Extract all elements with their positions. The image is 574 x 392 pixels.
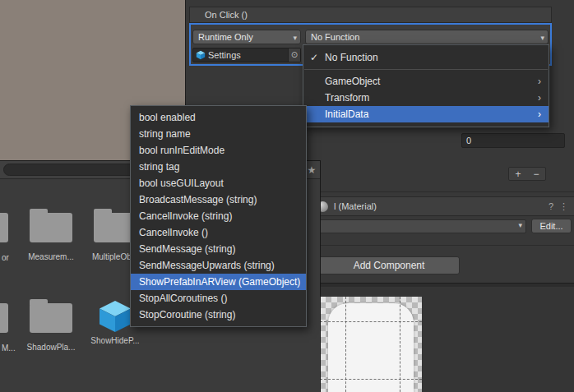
chevron-down-icon: ▾ bbox=[293, 31, 297, 44]
menu-item-no-function[interactable]: ✓ No Function bbox=[303, 49, 549, 66]
sprite-border-guide bbox=[320, 379, 422, 380]
remove-element-button[interactable]: − bbox=[533, 168, 539, 180]
add-component-button[interactable]: Add Component bbox=[318, 256, 460, 274]
menu-item[interactable]: string name bbox=[131, 126, 306, 142]
event-target-label: Settings bbox=[208, 50, 241, 60]
menu-item[interactable]: StopCoroutine (string) bbox=[131, 307, 306, 323]
menu-item[interactable]: BroadcastMessage (string) bbox=[131, 191, 306, 208]
chevron-down-icon: ▾ bbox=[518, 221, 522, 229]
submenu-arrow-icon: › bbox=[538, 73, 541, 90]
asset-tile-partial[interactable] bbox=[0, 297, 19, 333]
menu-item-transform[interactable]: Transform › bbox=[303, 90, 549, 106]
object-picker-icon[interactable]: ⊙ bbox=[288, 48, 300, 62]
menu-item[interactable]: StopAllCoroutines () bbox=[131, 290, 306, 307]
asset-label-partial[interactable]: M... bbox=[2, 344, 16, 353]
function-menu: ✓ No Function GameObject › Transform › I… bbox=[303, 44, 549, 127]
folder-icon bbox=[0, 303, 8, 333]
add-element-button[interactable]: + bbox=[515, 168, 521, 180]
event-target-object-field[interactable]: Settings ⊙ bbox=[192, 48, 301, 62]
on-click-event-header: On Click () bbox=[189, 7, 552, 23]
list-footer: + − bbox=[508, 167, 546, 181]
menu-item[interactable]: bool enabled bbox=[131, 109, 306, 126]
menu-item-initialdata[interactable]: InitialData › bbox=[303, 106, 549, 122]
submenu-arrow-icon: › bbox=[538, 90, 541, 106]
submenu-arrow-icon: › bbox=[538, 106, 541, 122]
asset-tile-partial[interactable] bbox=[0, 206, 19, 242]
chevron-down-icon: ▾ bbox=[540, 31, 544, 44]
menu-item-label: GameObject bbox=[325, 76, 380, 87]
check-icon: ✓ bbox=[310, 49, 318, 66]
event-mode-label: Runtime Only bbox=[198, 32, 253, 42]
menu-separator bbox=[304, 69, 548, 70]
menu-item-gameobject[interactable]: GameObject › bbox=[303, 73, 549, 90]
menu-item[interactable]: CancelInvoke () bbox=[131, 224, 306, 241]
menu-item-label: Transform bbox=[325, 92, 369, 104]
unity-editor-window: On Click () Runtime Only ▾ No Function ▾… bbox=[0, 0, 574, 392]
asset-label: ShowHideP... bbox=[83, 336, 147, 345]
value-input[interactable]: 0 bbox=[461, 133, 565, 148]
event-function-dropdown[interactable]: No Function ▾ bbox=[305, 30, 549, 44]
menu-item-show-prefab-in-ar-view[interactable]: ShowPrefabInARView (GameObject) bbox=[131, 274, 306, 290]
asset-label: Measurem... bbox=[19, 252, 83, 261]
menu-item[interactable]: bool runInEditMode bbox=[131, 142, 306, 159]
kebab-menu-icon[interactable]: ⋮ bbox=[559, 197, 568, 215]
shader-dropdown[interactable]: ▾ bbox=[309, 219, 526, 233]
folder-icon bbox=[30, 213, 72, 242]
menu-item[interactable]: SendMessage (string) bbox=[131, 241, 306, 257]
menu-item[interactable]: CancelInvoke (string) bbox=[131, 208, 306, 224]
sprite-border-guide bbox=[400, 297, 400, 392]
folder-icon bbox=[0, 213, 8, 242]
favorites-star-icon[interactable]: ★ bbox=[306, 164, 317, 176]
event-function-label: No Function bbox=[311, 32, 359, 42]
menu-item[interactable]: SendMessageUpwards (string) bbox=[131, 257, 306, 274]
method-submenu: bool enabled string name bool runInEditM… bbox=[130, 105, 307, 327]
menu-item[interactable]: bool useGUILayout bbox=[131, 175, 306, 191]
asset-label: ShadowPla... bbox=[19, 343, 83, 352]
material-title: l (Material) bbox=[334, 197, 377, 215]
texture-preview bbox=[320, 297, 422, 392]
menu-item-label: No Function bbox=[325, 52, 378, 63]
sprite-border-guide bbox=[345, 297, 346, 392]
sprite-border-guide bbox=[320, 321, 422, 322]
asset-tile[interactable]: ShadowPla... bbox=[19, 297, 83, 352]
edit-material-button[interactable]: Edit... bbox=[531, 219, 572, 233]
menu-item[interactable]: string tag bbox=[131, 159, 306, 175]
asset-label-partial[interactable]: or bbox=[2, 253, 9, 262]
prefab-cube-icon bbox=[196, 50, 206, 63]
menu-item-label: InitialData bbox=[325, 108, 368, 120]
event-mode-dropdown[interactable]: Runtime Only ▾ bbox=[192, 30, 301, 44]
folder-icon bbox=[30, 303, 72, 333]
asset-tile[interactable]: Measurem... bbox=[19, 206, 83, 261]
help-icon[interactable]: ? bbox=[549, 197, 553, 215]
